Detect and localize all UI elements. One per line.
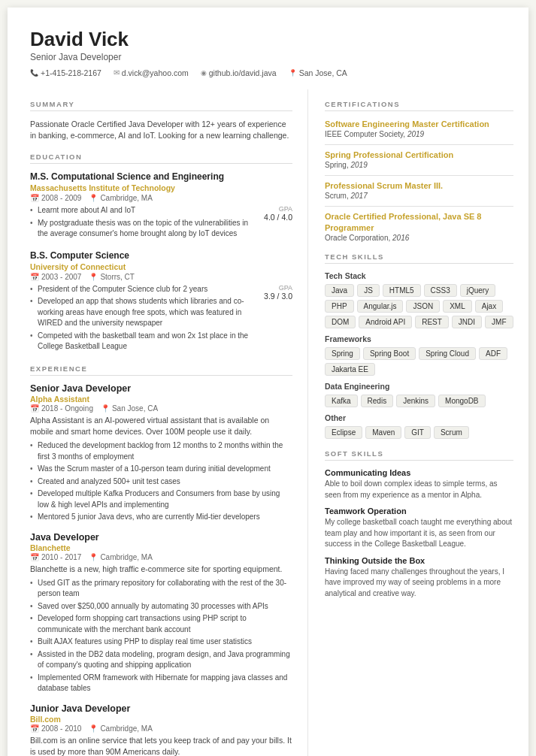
right-column: CERTIFICATIONS Software Engineering Mast… <box>308 89 528 756</box>
tech-tag-0-11: Android API <box>359 316 412 328</box>
education-item-1: B.S. Computer Science University of Conn… <box>30 250 292 354</box>
edu-degree-0: M.S. Computational Science and Engineeri… <box>30 171 292 182</box>
tech-tag-0-6: Angular.js <box>357 300 404 313</box>
job-years-0: 📅 2018 - Ongoing <box>30 404 93 413</box>
cert-title-1: Spring Professional Certification <box>325 150 513 160</box>
edu-meta-1: 📅 2003 - 2007 📍 Storrs, CT <box>30 273 292 281</box>
job-pin-icon-2: 📍 <box>89 724 98 733</box>
edu-gpa-0: GPA 4.0 / 4.0 <box>255 205 292 222</box>
job-desc-2: Bill.com is an online service that lets … <box>30 735 292 756</box>
tech-tag-0-4: jQuery <box>460 284 495 297</box>
job-bullet-1-4: Assisted in the DB2 data modeling, progr… <box>30 649 292 671</box>
gpa-value-1: 3.9 / 3.0 <box>255 292 292 301</box>
cal-icon-1: 📅 <box>30 273 39 281</box>
edu-gpa-block-1: President of the Computer Science club f… <box>30 284 292 354</box>
tech-tag-1-0: Spring <box>325 347 360 360</box>
pin-icon-0: 📍 <box>89 194 98 202</box>
tech-skills-section-title: TECH SKILLS <box>325 253 513 264</box>
job-bullet-1-5: Implemented ORM framework with Hibernate… <box>30 673 292 694</box>
tech-tag-0-3: CSS3 <box>424 284 457 297</box>
cert-item-0: Software Engineering Master Certificatio… <box>325 119 513 138</box>
main-body: SUMMARY Passionate Oracle Certified Java… <box>8 89 528 756</box>
tech-tag-2-1: Redis <box>361 395 394 407</box>
tech-tag-0-14: JMF <box>485 316 513 328</box>
soft-skill-desc-1: My college basketball coach taught me ev… <box>325 517 513 550</box>
phone-contact: +1-415-218-2167 <box>30 68 101 77</box>
job-cal-icon-1: 📅 <box>30 553 39 561</box>
job-company-1: Blanchette <box>30 543 292 552</box>
job-meta-1: 📅 2010 - 2017 📍 Cambridge, MA <box>30 553 292 561</box>
location-contact: San Jose, CA <box>289 68 347 77</box>
tech-tags-3: EclipseMavenGITScrum <box>325 426 513 439</box>
tech-tag-0-10: DOM <box>325 316 356 328</box>
left-column: SUMMARY Passionate Oracle Certified Java… <box>8 89 308 756</box>
job-loc-2: 📍 Cambridge, MA <box>89 724 152 733</box>
phone-icon <box>30 68 38 77</box>
tech-skills-container: Tech StackJavaJSHTML5CSS3jQueryPHPAngula… <box>325 271 513 439</box>
edu-bullets-0: Learnt more about AI and IoT My postgrad… <box>30 205 255 241</box>
gpa-label-0: GPA <box>255 205 292 213</box>
job-bullet-1-1: Saved over $250,000 annually by automati… <box>30 601 292 612</box>
job-company-2: Bill.com <box>30 715 292 724</box>
soft-skill-title-1: Teamwork Operation <box>325 507 513 516</box>
tech-tag-0-8: XML <box>443 300 472 313</box>
pin-icon-1: 📍 <box>89 273 98 281</box>
job-loc-0: 📍 San Jose, CA <box>101 404 158 413</box>
job-years-2: 📅 2008 - 2010 <box>30 724 81 733</box>
edu-loc-1: 📍 Storrs, CT <box>89 273 135 281</box>
job-pin-icon-0: 📍 <box>101 404 110 413</box>
cert-sub-0: IEEE Computer Society, 2019 <box>325 130 513 138</box>
job-loc-1: 📍 Cambridge, MA <box>89 553 152 561</box>
tech-tag-2-0: Kafka <box>325 395 358 407</box>
cert-item-2: Professional Scrum Master III. Scrum, 20… <box>325 180 513 200</box>
job-desc-0: Alpha Assistant is an AI-powered virtual… <box>30 415 292 437</box>
tech-tag-0-0: Java <box>325 284 354 297</box>
tech-tag-3-0: Eclipse <box>325 426 362 439</box>
edu-loc-0: 📍 Cambridge, MA <box>89 194 152 202</box>
cert-item-3: Oracle Certified Professional, Java SE 8… <box>325 211 513 242</box>
job-bullet-0-0: Reduced the development backlog from 12 … <box>30 440 292 462</box>
cert-divider-0 <box>325 144 513 145</box>
tech-tags-2: KafkaRedisJenkinsMongoDB <box>325 395 513 407</box>
education-section-title: EDUCATION <box>30 153 292 164</box>
summary-text: Passionate Oracle Certified Java Develop… <box>30 119 292 143</box>
location-value: San Jose, CA <box>299 68 347 77</box>
job-desc-1: Blanchette is a new, high traffic e-comm… <box>30 564 292 575</box>
cert-sub-1: Spring, 2019 <box>325 161 513 169</box>
github-icon <box>201 68 207 77</box>
job-title-2: Junior Java Developer <box>30 703 292 714</box>
resume-container: David Vick Senior Java Developer +1-415-… <box>8 8 528 756</box>
tech-tags-1: SpringSpring BootSpring CloudADFJakarta … <box>325 347 513 376</box>
job-company-0: Alpha Assistant <box>30 395 292 404</box>
job-bullet-1-3: Built AJAX features using PHP to display… <box>30 637 292 648</box>
tech-cat-title-1: Frameworks <box>325 334 513 343</box>
job-bullet-0-4: Mentored 5 junior Java devs, who are cur… <box>30 512 292 523</box>
job-item-2: Junior Java Developer Bill.com 📅 2008 - … <box>30 703 292 756</box>
edu-bullet-0-1: My postgraduate thesis was on the topic … <box>30 218 255 240</box>
edu-years-1: 📅 2003 - 2007 <box>30 273 81 281</box>
candidate-title: Senior Java Developer <box>30 52 506 62</box>
tech-tag-3-3: Scrum <box>434 426 469 439</box>
cert-sub-2: Scrum, 2017 <box>325 192 513 200</box>
contact-bar: +1-415-218-2167 d.vick@yahoo.com github.… <box>30 68 506 77</box>
edu-meta-0: 📅 2008 - 2009 📍 Cambridge, MA <box>30 194 292 202</box>
job-years-1: 📅 2010 - 2017 <box>30 553 81 561</box>
job-bullets-1: Used GIT as the primary repository for c… <box>30 578 292 694</box>
cert-section-title: CERTIFICATIONS <box>325 100 513 111</box>
tech-tag-0-13: JNDI <box>452 316 482 328</box>
email-icon <box>114 68 120 77</box>
cert-item-1: Spring Professional Certification Spring… <box>325 150 513 169</box>
gpa-label-1: GPA <box>255 284 292 292</box>
soft-skill-title-2: Thinking Outside the Box <box>325 556 513 565</box>
job-cal-icon-0: 📅 <box>30 404 39 413</box>
job-meta-2: 📅 2008 - 2010 📍 Cambridge, MA <box>30 724 292 733</box>
job-meta-0: 📅 2018 - Ongoing 📍 San Jose, CA <box>30 404 292 413</box>
experience-section-title: EXPERIENCE <box>30 364 292 376</box>
tech-tag-2-3: MongoDB <box>438 395 485 407</box>
tech-tag-1-2: Spring Cloud <box>419 347 476 360</box>
phone-value: +1-415-218-2167 <box>41 68 101 77</box>
cert-divider-2 <box>325 206 513 207</box>
tech-tag-0-9: Ajax <box>475 300 503 313</box>
tech-tag-3-1: Maven <box>365 426 401 439</box>
summary-section-title: SUMMARY <box>30 100 292 111</box>
